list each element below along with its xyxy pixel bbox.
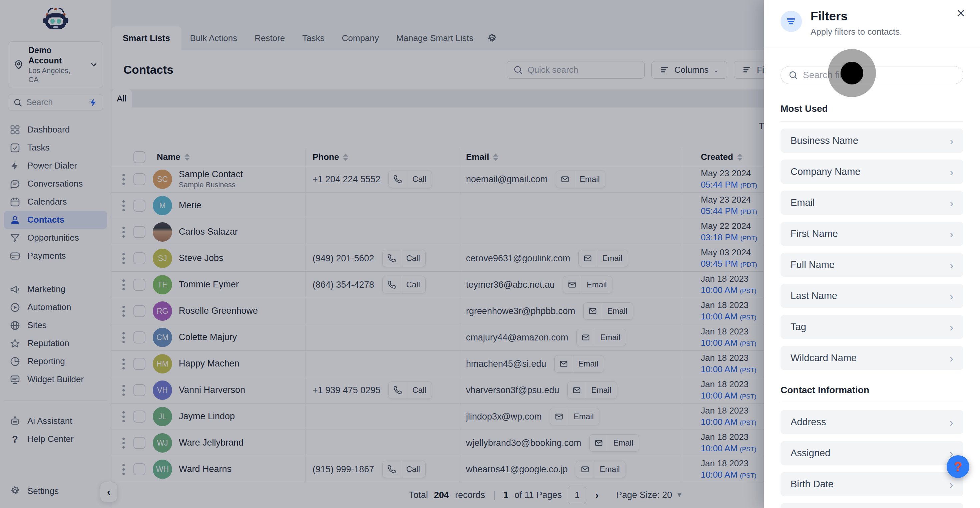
chevron-right-icon: ›: [950, 291, 953, 302]
filter-item-last-name[interactable]: Last Name›: [781, 284, 963, 308]
filter-section-heading: Contact Information: [781, 385, 963, 396]
filter-item-company-name[interactable]: Company Name›: [781, 160, 963, 184]
chevron-right-icon: ›: [950, 135, 953, 147]
chevron-right-icon: ›: [950, 321, 953, 333]
filter-item-assigned[interactable]: Assigned›: [781, 441, 963, 465]
filter-item-full-name[interactable]: Full Name›: [781, 252, 963, 277]
filter-item-label: Email: [791, 197, 815, 208]
filter-item-label: First Name: [791, 228, 838, 239]
filter-item-birth-date[interactable]: Birth Date›: [781, 472, 963, 496]
filter-item-wildcard-name[interactable]: Wildcard Name›: [781, 346, 963, 370]
filter-item-label: Tag: [791, 321, 806, 332]
filter-section-heading: Most Used: [781, 104, 963, 114]
help-question-icon: ?: [954, 459, 962, 474]
filter-item-label: Address: [791, 417, 826, 428]
filter-item-label: Wildcard Name: [791, 353, 857, 363]
help-button[interactable]: ?: [947, 455, 969, 478]
close-icon[interactable]: ✕: [956, 8, 965, 19]
filter-item-label: Assigned: [791, 447, 830, 458]
chevron-right-icon: ›: [950, 197, 953, 209]
filter-item-label: Full Name: [791, 259, 835, 270]
filters-panel: Filters Apply filters to contacts. ✕ Mos…: [764, 0, 980, 508]
chevron-right-icon: ›: [950, 479, 953, 490]
filter-sections: Most UsedBusiness Name›Company Name›Emai…: [781, 104, 963, 508]
filter-item-label: Birth Date: [791, 479, 834, 490]
filter-item-label: Last Name: [791, 291, 837, 301]
filter-search-input[interactable]: [803, 70, 956, 80]
filter-item-label: Business Name: [791, 135, 858, 146]
chevron-right-icon: ›: [950, 417, 953, 428]
filters-panel-title: Filters: [811, 10, 902, 23]
filter-item-tag[interactable]: Tag›: [781, 315, 963, 339]
chevron-right-icon: ›: [950, 166, 953, 177]
filter-item-label: Company Name: [791, 166, 861, 177]
filters-panel-icon: [781, 11, 802, 32]
search-icon: [788, 70, 798, 80]
chevron-right-icon: ›: [950, 259, 953, 271]
app-root: Demo Account Los Angeles, CA: [0, 0, 980, 508]
chevron-right-icon: ›: [950, 228, 953, 240]
filter-item-address[interactable]: Address›: [781, 410, 963, 434]
filter-item-email[interactable]: Email›: [781, 190, 963, 215]
filters-panel-subtitle: Apply filters to contacts.: [811, 27, 902, 37]
filter-item-business-name[interactable]: Business Name›: [781, 503, 963, 508]
chevron-right-icon: ›: [950, 353, 953, 364]
filter-item-business-name[interactable]: Business Name›: [781, 128, 963, 153]
filter-item-first-name[interactable]: First Name›: [781, 222, 963, 246]
filter-search[interactable]: [781, 66, 963, 84]
